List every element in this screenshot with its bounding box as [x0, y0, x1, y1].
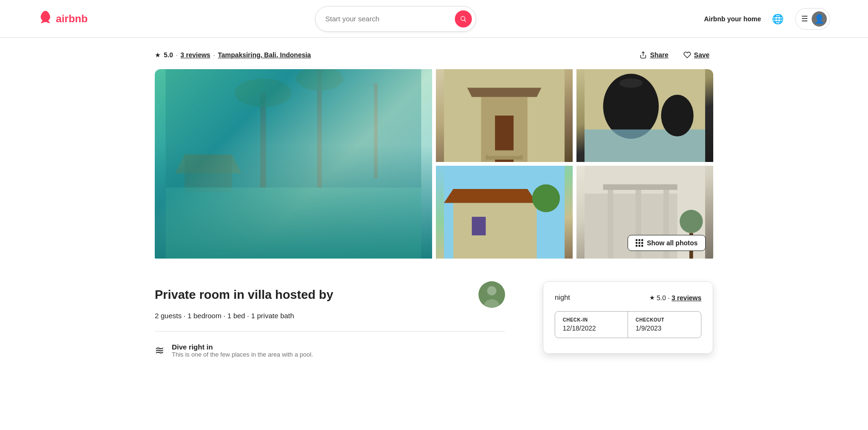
rating-score: 5.0 [164, 51, 173, 59]
svg-rect-31 [603, 184, 677, 190]
globe-button[interactable]: 🌐 [769, 9, 788, 28]
host-avatar-img [478, 281, 505, 308]
avatar-icon: 👤 [814, 14, 824, 24]
photo-grid: Show all photos [155, 69, 713, 262]
photo-cell-4[interactable]: Show all photos [576, 166, 713, 259]
price-night-label: night [555, 293, 570, 301]
card-rating: 5.0 [657, 294, 666, 302]
svg-rect-28 [608, 184, 613, 259]
svg-rect-22 [453, 203, 537, 259]
listing-bottom: Private room in villa hosted by 2 guests… [155, 281, 713, 367]
heart-icon [683, 51, 691, 59]
star-icon: ★ [155, 51, 161, 59]
svg-marker-14 [467, 88, 541, 97]
svg-point-2 [235, 79, 292, 107]
logo[interactable]: airbnb [38, 10, 88, 27]
checkin-checkout-grid[interactable]: CHECK-IN 12/18/2022 CHECKOUT 1/9/2023 [555, 311, 701, 338]
host-avatar [478, 281, 505, 308]
svg-marker-23 [444, 189, 537, 203]
checkin-label: CHECK-IN [563, 317, 620, 322]
globe-icon: 🌐 [772, 13, 784, 25]
checkin-field[interactable]: CHECK-IN 12/18/2022 [555, 312, 628, 338]
svg-rect-7 [185, 154, 232, 192]
card-star-icon: ★ [649, 294, 655, 301]
location-link[interactable]: Tampaksiring, Bali, Indonesia [218, 51, 311, 59]
listing-meta-left: ★ 5.0 · 3 reviews · Tampaksiring, Bali, … [155, 51, 311, 59]
booking-card: night ★ 5.0 · 3 reviews CHECK-IN 12/18/2… [543, 281, 713, 354]
logo-text: airbnb [56, 13, 88, 25]
show-all-photos-button[interactable]: Show all photos [628, 235, 706, 251]
checkout-field[interactable]: CHECKOUT 1/9/2023 [628, 312, 701, 338]
grid-icon [636, 239, 643, 247]
header-right: Airbnb your home 🌐 ☰ 👤 [704, 8, 830, 30]
listing-title: Private room in villa hosted by [155, 287, 333, 302]
photo-cell-2[interactable] [576, 69, 713, 162]
hamburger-icon: ☰ [801, 14, 808, 23]
checkout-value: 1/9/2023 [636, 324, 693, 332]
share-button[interactable]: Share [636, 49, 672, 61]
pavilion-photo [436, 166, 573, 259]
photo-main[interactable] [155, 69, 432, 259]
search-bar[interactable] [315, 6, 476, 32]
main-content: ★ 5.0 · 3 reviews · Tampaksiring, Bali, … [117, 38, 751, 379]
listing-meta: ★ 5.0 · 3 reviews · Tampaksiring, Bali, … [155, 49, 713, 61]
svg-rect-24 [472, 217, 486, 235]
search-button[interactable] [455, 10, 472, 27]
listing-title-area: Private room in villa hosted by [155, 281, 505, 308]
header: airbnb Airbnb your home 🌐 ☰ 👤 [0, 0, 868, 38]
save-button[interactable]: Save [680, 49, 713, 61]
entrance-photo [436, 69, 573, 162]
dot-separator: · [176, 51, 177, 59]
svg-point-17 [620, 79, 643, 88]
listing-meta-right: Share Save [636, 49, 713, 61]
search-icon [460, 15, 467, 23]
card-reviews-link[interactable]: 3 reviews [672, 294, 701, 302]
price-row: night ★ 5.0 · 3 reviews [555, 293, 701, 302]
user-avatar: 👤 [812, 11, 827, 27]
listing-info: Private room in villa hosted by 2 guests… [155, 281, 505, 367]
feature-title: Dive right in [172, 343, 313, 351]
price-rating: ★ 5.0 · 3 reviews [649, 294, 701, 302]
svg-rect-5 [374, 83, 378, 178]
vase-photo [576, 69, 713, 162]
svg-point-25 [532, 184, 560, 212]
card-dot: · [668, 294, 670, 302]
checkin-value: 12/18/2022 [563, 324, 620, 332]
svg-rect-8 [166, 188, 421, 259]
share-icon [639, 51, 647, 59]
svg-rect-13 [488, 151, 521, 156]
photo-cell-1[interactable] [436, 69, 573, 162]
svg-point-19 [661, 95, 694, 136]
main-photo [155, 69, 432, 259]
reviews-link[interactable]: 3 reviews [180, 51, 210, 59]
airbnb-logo-icon [38, 10, 53, 27]
pool-icon: ≋ [155, 344, 164, 357]
svg-rect-18 [585, 129, 705, 162]
svg-point-32 [680, 210, 703, 233]
user-menu-button[interactable]: ☰ 👤 [795, 8, 830, 30]
photo-cell-3[interactable] [436, 166, 573, 259]
feature-item: ≋ Dive right in This is one of the few p… [155, 343, 505, 358]
divider [155, 331, 505, 331]
svg-point-35 [487, 286, 496, 296]
photo-sub-grid: Show all photos [436, 69, 713, 259]
listing-specs: 2 guests · 1 bedroom · 1 bed · 1 private… [155, 312, 505, 320]
dot-separator-2: · [213, 51, 215, 59]
airbnb-home-link[interactable]: Airbnb your home [704, 15, 761, 23]
checkout-label: CHECKOUT [636, 317, 693, 322]
feature-desc: This is one of the few places in the are… [172, 351, 313, 358]
feature-text: Dive right in This is one of the few pla… [172, 343, 313, 358]
search-input[interactable] [325, 15, 450, 23]
